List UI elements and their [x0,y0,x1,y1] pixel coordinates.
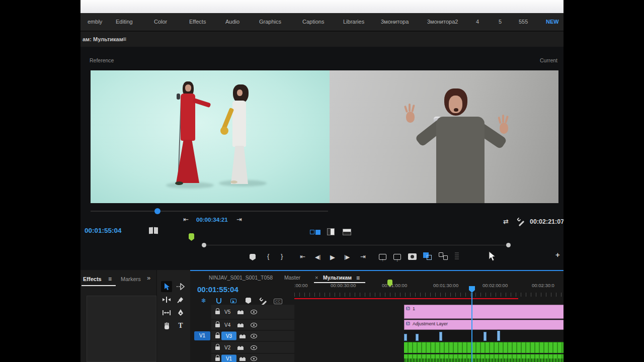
source-scrubber-handle[interactable] [154,208,160,214]
step-forward-button[interactable]: |▶ [344,254,350,260]
mini-clip[interactable] [484,332,487,341]
go-to-in-icon[interactable]: ⇤ [183,216,189,223]
settings-wrench-icon[interactable] [517,218,525,226]
play-button[interactable]: ▶ [330,253,335,261]
workspace-tab-5[interactable]: 5 [499,19,502,25]
add-marker-button[interactable] [250,254,256,260]
nest-toggle-icon[interactable]: ❄ [201,297,206,304]
mini-clip[interactable] [416,334,419,341]
timeline-tab-ninjav[interactable]: NINJAV_S001_S001_T058 [209,275,273,281]
lock-icon[interactable] [215,311,220,314]
export-frame-camera-icon[interactable] [408,253,417,260]
position-timecode[interactable]: 00:01:55:04 [85,227,122,234]
zoom-scrollbar-right-handle[interactable] [506,243,511,247]
razor-tool[interactable] [175,294,186,305]
track-label-v4[interactable]: V4 [224,322,230,328]
workspace-tab-3monitora2[interactable]: 3монитора2 [427,19,458,25]
multicam-clip-mc1[interactable]: [MC1] [404,342,564,353]
sync-lock-icon[interactable] [237,310,244,314]
linked-selection-icon[interactable] [230,299,236,303]
mini-clip[interactable] [497,331,500,341]
clip-v5[interactable]: fx 1 [404,305,564,319]
lock-icon[interactable] [215,335,220,338]
pen-tool[interactable] [175,307,186,318]
lock-icon[interactable] [215,357,220,361]
lock-icon[interactable] [215,346,220,350]
go-to-out-button[interactable]: ⇥ [360,253,366,260]
selection-tool[interactable] [161,281,172,292]
step-back-button[interactable]: ◀| [315,254,320,260]
zoom-scrollbar-track[interactable] [203,245,510,245]
slip-tool[interactable] [161,307,172,318]
track-output-eye-icon[interactable] [251,356,257,361]
lift-button[interactable]: ↑ [379,254,386,260]
track-target-v3[interactable]: V3 [221,332,236,340]
workspace-tab-graphics[interactable]: Graphics [259,19,281,25]
workspace-tab-4[interactable]: 4 [476,19,479,25]
ripple-edit-tool[interactable] [161,294,172,305]
track-output-eye-icon[interactable] [251,345,257,350]
audio-clip[interactable] [404,354,564,362]
timeline-tab-master[interactable]: Master [284,275,300,281]
timeline-tab-multicam[interactable]: Мультикам [323,275,352,281]
track-label-v5[interactable]: V5 [224,309,230,315]
go-to-in-button[interactable]: ⇤ [300,253,305,260]
captions-toggle-icon[interactable]: CC [274,299,282,304]
add-marker-icon[interactable] [246,298,251,304]
workspace-tab-audio[interactable]: Audio [225,19,239,25]
sequence-marker[interactable] [189,233,194,241]
button-editor-plus-icon[interactable]: + [555,250,560,259]
mark-in-button[interactable]: { [267,252,269,260]
effects-list-area[interactable] [87,296,156,362]
extract-button[interactable]: ↓ [393,254,401,260]
workspace-tab-captions[interactable]: Captions [302,19,324,25]
program-monitor-tab[interactable]: ам: Мультикам [83,36,123,42]
multicam-record-toggle-icon[interactable] [439,252,449,261]
track-target-v1[interactable]: V1 [221,355,236,362]
swap-sides-icon[interactable]: ⇄ [503,218,509,225]
track-output-eye-icon[interactable] [251,323,257,327]
tab-effects[interactable]: Effects [83,276,102,282]
horizontal-split-view-button[interactable] [343,229,351,235]
effects-menu-icon[interactable]: ≡ [108,276,112,283]
playhead-line[interactable] [471,293,472,362]
timeline-menu-icon[interactable]: ≡ [356,275,360,282]
workspace-tab-3monitora[interactable]: 3монитора [381,19,409,25]
tab-markers[interactable]: Markers [121,276,141,282]
sync-lock-icon[interactable] [239,334,246,338]
hand-tool[interactable] [161,320,172,331]
type-tool[interactable]: T [175,320,186,331]
mark-out-button[interactable]: } [281,252,283,260]
workspace-tab-555[interactable]: 555 [519,19,528,25]
go-to-out-icon[interactable]: ⇥ [236,216,242,223]
sync-lock-icon[interactable] [239,356,246,361]
snap-magnet-icon[interactable] [216,298,221,304]
panel-overflow-icon[interactable]: » [147,274,150,282]
zoom-scrollbar-left-handle[interactable] [202,243,206,247]
source-scrubber-track[interactable] [91,211,328,212]
workspace-tab-assembly[interactable]: embly [88,19,102,25]
toggle-multicam-view-button[interactable] [423,252,433,261]
mini-clip[interactable] [439,332,442,341]
timeline-timecode[interactable]: 00:01:55:04 [197,285,238,294]
workspace-tab-new[interactable]: NEW [546,19,559,25]
close-tab-icon[interactable]: × [315,275,318,281]
sync-lock-icon[interactable] [237,345,244,350]
clip-adjustment-layer[interactable]: fx Adjustment Layer [404,320,564,330]
workspace-tab-libraries[interactable]: Libraries [343,19,364,25]
track-output-eye-icon[interactable] [251,334,257,338]
source-patch-v1[interactable]: V1 [194,331,210,340]
track-label-v2[interactable]: V2 [224,345,230,350]
workspace-tab-color[interactable]: Color [154,19,167,25]
source-timecode[interactable]: 00:00:34:21 [196,217,228,223]
sync-lock-icon[interactable] [237,323,244,327]
track-select-forward-tool[interactable] [175,281,186,292]
track-output-eye-icon[interactable] [251,310,257,314]
lock-icon[interactable] [215,324,220,327]
vertical-split-view-button[interactable] [327,228,335,235]
mini-clip[interactable] [404,334,407,341]
workspace-tab-editing[interactable]: Editing [116,19,133,25]
timeline-ruler[interactable]: :00:00 00:00:30:00 00:01:00:00 00:01:30:… [294,283,564,298]
dim-button-icon[interactable] [455,252,459,260]
workspace-tab-effects[interactable]: Effects [189,19,206,25]
